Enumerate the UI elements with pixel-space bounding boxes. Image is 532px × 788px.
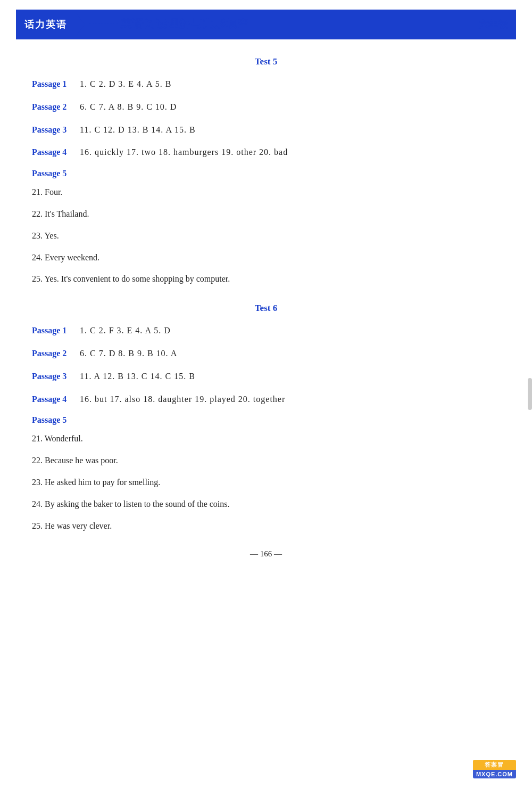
test5-qa-24-answer: Every weekend.	[45, 253, 99, 262]
test6-qa-22-answer: Because he was poor.	[45, 456, 118, 465]
test5-passage2-label: Passage 2	[32, 100, 80, 115]
test6-passage1-row: Passage 1 1. C 2. F 3. E 4. A 5. D	[32, 323, 500, 339]
test5-qa-23: 23. Yes.	[32, 228, 500, 244]
page-number: — 166 —	[32, 549, 500, 559]
header-grade: 六年级	[479, 18, 510, 31]
test6-qa-24-num: 24.	[32, 499, 45, 508]
test5-qa-22-num: 22.	[32, 209, 45, 218]
test5-qa-21-num: 21.	[32, 187, 45, 196]
test5-qa-23-num: 23.	[32, 231, 44, 240]
test5-passage4-row: Passage 4 16. quickly 17. two 18. hambur…	[32, 145, 500, 160]
test6-passage4-row: Passage 4 16. but 17. also 18. daughter …	[32, 392, 500, 407]
test5-passage2-answers: 6. C 7. A 8. B 9. C 10. D	[80, 100, 177, 115]
test5-passage5-label: Passage 5	[32, 169, 500, 178]
brand-label: 话力英语	[16, 15, 76, 34]
test5-qa-23-answer: Yes.	[44, 231, 59, 240]
header-arrow-decoration	[76, 13, 85, 36]
watermark-icon: 答案冒	[485, 761, 504, 768]
test6-passage3-answers: 11. A 12. B 13. C 14. C 15. B	[80, 369, 195, 384]
test5-qa-21: 21. Four.	[32, 185, 500, 200]
test6-qa-23: 23. He asked him to pay for smelling.	[32, 475, 500, 490]
test6-title: Test 6	[32, 303, 500, 314]
test5-qa-21-answer: Four.	[45, 187, 62, 196]
test5-passage3-label: Passage 3	[32, 122, 80, 138]
header-title: 英语阅读理解与完形填空	[121, 17, 479, 33]
test6-qa-23-answer: He asked him to pay for smelling.	[45, 478, 160, 487]
test6-qa-23-num: 23.	[32, 478, 45, 487]
test5-passage4-label: Passage 4	[32, 145, 80, 160]
test5-qa-25-answer: Yes. It's convenient to do some shopping…	[44, 274, 230, 283]
test6-qa-24: 24. By asking the baker to listen to the…	[32, 497, 500, 512]
test6-passage3-label: Passage 3	[32, 369, 80, 384]
watermark-bottom: MXQE.COM	[473, 770, 516, 778]
test5-passage1-label: Passage 1	[32, 77, 80, 92]
test6-passage1-answers: 1. C 2. F 3. E 4. A 5. D	[80, 323, 171, 339]
test6-qa-25-num: 25.	[32, 521, 45, 530]
test5-passage4-answers: 16. quickly 17. two 18. hamburgers 19. o…	[80, 145, 288, 160]
main-content: Test 5 Passage 1 1. C 2. D 3. E 4. A 5. …	[0, 39, 532, 580]
watermark-top: 答案冒	[473, 760, 516, 770]
test5-qa-25-num: 25.	[32, 274, 44, 283]
test5-qa-22: 22. It's Thailand.	[32, 207, 500, 222]
test6-passage3-row: Passage 3 11. A 12. B 13. C 14. C 15. B	[32, 369, 500, 384]
test5-title: Test 5	[32, 56, 500, 67]
test6-passage1-label: Passage 1	[32, 323, 80, 339]
test5-qa-24-num: 24.	[32, 253, 45, 262]
test6-passage2-row: Passage 2 6. C 7. D 8. B 9. B 10. A	[32, 346, 500, 362]
test5-qa-22-answer: It's Thailand.	[45, 209, 89, 218]
test6-qa-25-answer: He was very clever.	[45, 521, 112, 530]
test6-qa-21: 21. Wonderful.	[32, 431, 500, 447]
test6-qa-24-answer: By asking the baker to listen to the sou…	[45, 499, 230, 508]
test6-passage4-answers: 16. but 17. also 18. daughter 19. played…	[80, 392, 285, 407]
test6-passage4-label: Passage 4	[32, 392, 80, 407]
test6-passage5-label: Passage 5	[32, 415, 500, 425]
header-dots: ··········	[89, 20, 119, 29]
test5-passage1-row: Passage 1 1. C 2. D 3. E 4. A 5. B	[32, 77, 500, 92]
test6-qa-21-answer: Wonderful.	[45, 434, 83, 443]
header-bar: 话力英语 ·········· 英语阅读理解与完形填空 六年级	[16, 10, 516, 39]
test6-qa-22-num: 22.	[32, 456, 45, 465]
test6-qa-22: 22. Because he was poor.	[32, 453, 500, 469]
test5-passage1-answers: 1. C 2. D 3. E 4. A 5. B	[80, 77, 171, 92]
test5-passage3-answers: 11. C 12. D 13. B 14. A 15. B	[80, 122, 196, 138]
test6-passage2-answers: 6. C 7. D 8. B 9. B 10. A	[80, 346, 177, 362]
test5-passage3-row: Passage 3 11. C 12. D 13. B 14. A 15. B	[32, 122, 500, 138]
test5-qa-24: 24. Every weekend.	[32, 250, 500, 266]
scrollbar[interactable]	[528, 378, 532, 410]
test6-passage2-label: Passage 2	[32, 346, 80, 362]
test6-qa-25: 25. He was very clever.	[32, 519, 500, 534]
test5-passage2-row: Passage 2 6. C 7. A 8. B 9. C 10. D	[32, 100, 500, 115]
test6-qa-21-num: 21.	[32, 434, 45, 443]
watermark: 答案冒 MXQE.COM	[473, 760, 516, 778]
test5-qa-25: 25. Yes. It's convenient to do some shop…	[32, 272, 500, 287]
